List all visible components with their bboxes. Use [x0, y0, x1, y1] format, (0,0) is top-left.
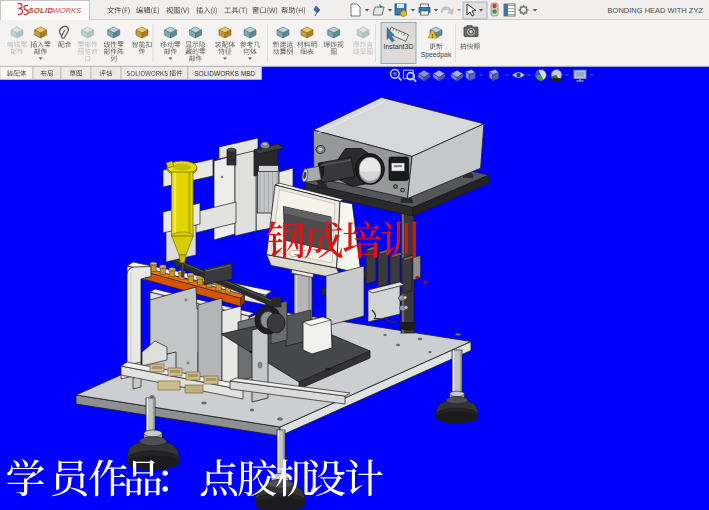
svg-text:Instant3D: Instant3D — [384, 43, 414, 50]
svg-text:!: ! — [432, 33, 434, 39]
svg-text:SOLID: SOLID — [29, 6, 54, 15]
svg-text:WORKS: WORKS — [53, 6, 82, 15]
svg-text:BONDING HEAD WITH ZYZ: BONDING HEAD WITH ZYZ — [608, 6, 704, 15]
svg-text:Speedpak: Speedpak — [421, 51, 452, 59]
svg-text:SOLIDWORKS MBD: SOLIDWORKS MBD — [194, 70, 255, 77]
